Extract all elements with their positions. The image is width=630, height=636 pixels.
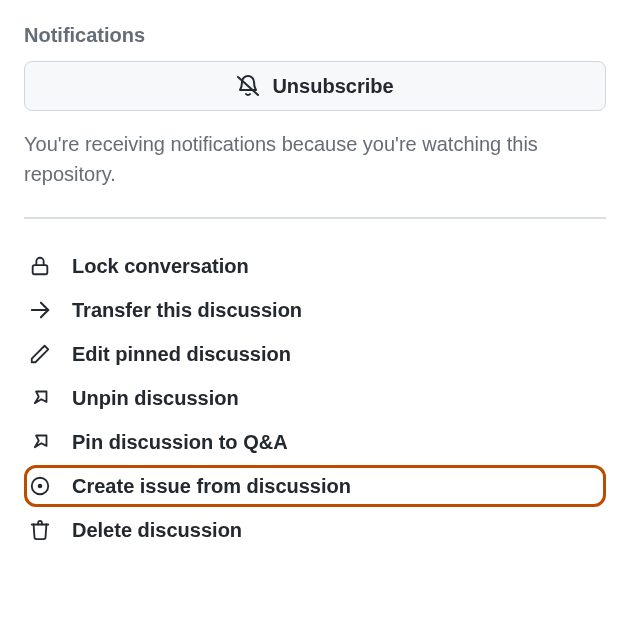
- svg-rect-1: [33, 265, 48, 274]
- action-label: Pin discussion to Q&A: [72, 431, 288, 454]
- svg-point-4: [38, 484, 43, 489]
- action-label: Transfer this discussion: [72, 299, 302, 322]
- pin-icon: [28, 430, 52, 454]
- notifications-title: Notifications: [24, 24, 606, 47]
- create-issue-action[interactable]: Create issue from discussion: [24, 465, 606, 507]
- notifications-section: Notifications Unsubscribe You're receivi…: [24, 24, 606, 189]
- action-label: Unpin discussion: [72, 387, 239, 410]
- issue-opened-icon: [28, 474, 52, 498]
- arrow-right-icon: [28, 298, 52, 322]
- bell-slash-icon: [236, 74, 260, 98]
- unpin-discussion-action[interactable]: Unpin discussion: [24, 377, 606, 419]
- pin-qa-action[interactable]: Pin discussion to Q&A: [24, 421, 606, 463]
- pencil-icon: [28, 342, 52, 366]
- lock-conversation-action[interactable]: Lock conversation: [24, 245, 606, 287]
- unsubscribe-label: Unsubscribe: [272, 75, 393, 98]
- action-label: Create issue from discussion: [72, 475, 351, 498]
- action-label: Delete discussion: [72, 519, 242, 542]
- actions-list: Lock conversation Transfer this discussi…: [24, 245, 606, 551]
- divider: [24, 217, 606, 219]
- pin-icon: [28, 386, 52, 410]
- trash-icon: [28, 518, 52, 542]
- action-label: Lock conversation: [72, 255, 249, 278]
- unsubscribe-button[interactable]: Unsubscribe: [24, 61, 606, 111]
- action-label: Edit pinned discussion: [72, 343, 291, 366]
- transfer-discussion-action[interactable]: Transfer this discussion: [24, 289, 606, 331]
- edit-pinned-action[interactable]: Edit pinned discussion: [24, 333, 606, 375]
- delete-discussion-action[interactable]: Delete discussion: [24, 509, 606, 551]
- notifications-hint: You're receiving notifications because y…: [24, 129, 606, 189]
- lock-icon: [28, 254, 52, 278]
